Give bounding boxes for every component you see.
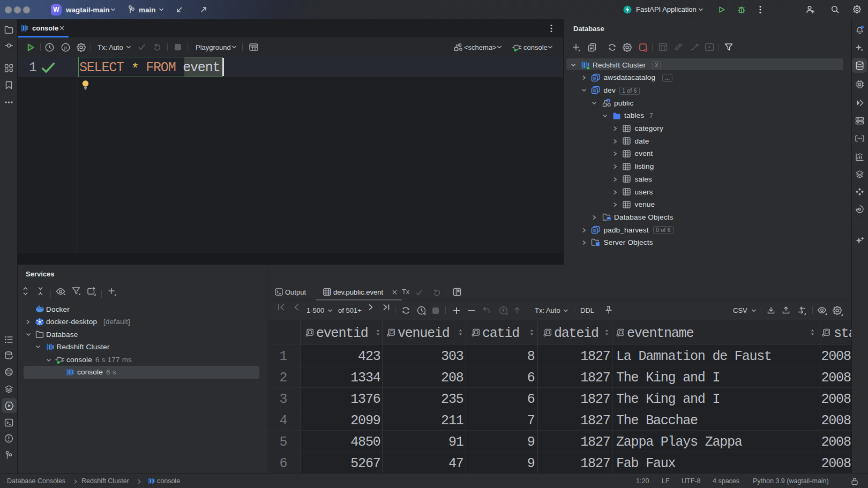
svg-text:p: p bbox=[64, 44, 67, 50]
